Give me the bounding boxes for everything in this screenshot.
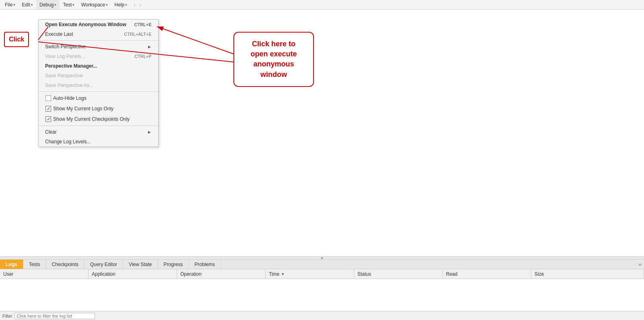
execute-last-label: Execute Last bbox=[45, 31, 116, 37]
callout-text: Click here to open execute anonymous win… bbox=[250, 40, 297, 78]
col-user[interactable]: User bbox=[0, 269, 89, 279]
menu-debug-label: Debug bbox=[39, 2, 54, 8]
col-size[interactable]: Size bbox=[531, 269, 644, 279]
col-time-label: Time bbox=[269, 271, 279, 277]
menu-switch-perspective[interactable]: Switch Perspective ► bbox=[39, 42, 158, 52]
clear-label: Clear bbox=[45, 129, 147, 135]
menu-execute-last[interactable]: Execute Last CTRL+ALT+E bbox=[39, 29, 158, 39]
nav-arrows: ‹ › bbox=[132, 1, 143, 8]
menu-save-perspective[interactable]: Save Perspective bbox=[39, 71, 158, 81]
tab-logs[interactable]: Logs bbox=[0, 260, 23, 269]
change-log-levels-label: Change Log Levels... bbox=[45, 139, 152, 145]
svg-line-0 bbox=[157, 27, 233, 54]
col-application-label: Application bbox=[92, 271, 116, 277]
col-read[interactable]: Read bbox=[443, 269, 531, 279]
col-user-label: User bbox=[3, 271, 13, 277]
click-label: Click bbox=[9, 36, 24, 43]
tab-view-state-label: View State bbox=[129, 262, 152, 267]
menu-help[interactable]: Help ▾ bbox=[111, 0, 130, 9]
menu-workspace-label: Workspace bbox=[81, 2, 105, 8]
tab-checkpoints[interactable]: Checkpoints bbox=[46, 260, 85, 269]
menu-workspace-arrow: ▾ bbox=[106, 3, 108, 7]
switch-perspective-arrow: ► bbox=[147, 44, 152, 49]
tab-problems-label: Problems bbox=[194, 262, 215, 267]
view-log-panels-shortcut: CTRL+P bbox=[134, 54, 152, 59]
show-my-checkpoints-checked: ✓ bbox=[45, 116, 51, 122]
menubar: File ▾ Edit ▾ Debug ▾ Test ▾ Workspace ▾… bbox=[0, 0, 644, 10]
show-my-checkpoints-checkmark: ✓ bbox=[47, 117, 50, 122]
filter-input[interactable] bbox=[14, 313, 95, 319]
menu-test-arrow: ▾ bbox=[72, 3, 74, 7]
click-annotation[interactable]: Click bbox=[4, 32, 29, 47]
col-operation-label: Operation bbox=[180, 271, 202, 277]
auto-hide-logs-checkbox bbox=[45, 95, 52, 101]
tab-query-editor[interactable]: Query Editor bbox=[85, 260, 123, 269]
menu-file-arrow: ▾ bbox=[13, 3, 15, 7]
menu-debug-arrow: ▾ bbox=[54, 3, 56, 7]
menu-clear[interactable]: Clear ► bbox=[39, 127, 158, 137]
menu-file[interactable]: File ▾ bbox=[2, 0, 19, 9]
save-perspective-as-label: Save Perspective As... bbox=[45, 83, 152, 88]
tab-progress-label: Progress bbox=[163, 262, 183, 267]
switch-perspective-label: Switch Perspective bbox=[45, 44, 147, 50]
menu-save-perspective-as[interactable]: Save Perspective As... bbox=[39, 81, 158, 90]
tab-view-state[interactable]: View State bbox=[123, 260, 158, 269]
menu-file-label: File bbox=[5, 2, 12, 8]
menu-edit[interactable]: Edit ▾ bbox=[19, 0, 36, 9]
menu-show-my-checkpoints[interactable]: ✓ Show My Current Checkpoints Only bbox=[39, 114, 158, 124]
log-table-header: User Application Operation Time ▼ Status… bbox=[0, 269, 644, 279]
col-time-sort: ▼ bbox=[281, 272, 285, 276]
menu-edit-arrow: ▾ bbox=[31, 3, 33, 7]
col-status[interactable]: Status bbox=[354, 269, 443, 279]
nav-back[interactable]: ‹ bbox=[132, 1, 137, 8]
log-body bbox=[0, 279, 644, 311]
nav-forward[interactable]: › bbox=[138, 1, 143, 8]
clear-arrow: ► bbox=[147, 130, 152, 134]
menu-debug[interactable]: Debug ▾ bbox=[36, 0, 60, 9]
execute-last-shortcut: CTRL+ALT+E bbox=[124, 32, 151, 37]
col-time[interactable]: Time ▼ bbox=[266, 269, 354, 279]
tab-tests-label: Tests bbox=[29, 262, 40, 267]
col-application[interactable]: Application bbox=[89, 269, 177, 279]
filter-label: Filter bbox=[2, 314, 12, 318]
col-read-label: Read bbox=[446, 271, 458, 277]
show-my-logs-label: Show My Current Logs Only bbox=[53, 106, 152, 111]
menu-help-label: Help bbox=[114, 2, 124, 8]
main-area: Click Open Execute Anonymous Window CTRL… bbox=[0, 10, 644, 292]
tab-query-editor-label: Query Editor bbox=[90, 262, 117, 267]
callout-bubble: Click here to open execute anonymous win… bbox=[233, 32, 314, 87]
show-my-checkpoints-checkbox: ✓ bbox=[45, 116, 52, 122]
menu-open-execute-anon[interactable]: Open Execute Anonymous Window CTRL+E bbox=[39, 20, 158, 29]
col-status-label: Status bbox=[357, 271, 371, 277]
menu-edit-label: Edit bbox=[22, 2, 30, 8]
menu-help-arrow: ▾ bbox=[125, 3, 127, 7]
col-operation[interactable]: Operation bbox=[177, 269, 266, 279]
tabs-expand[interactable]: ›› bbox=[636, 260, 644, 269]
menu-test-label: Test bbox=[63, 2, 72, 8]
tab-checkpoints-label: Checkpoints bbox=[52, 262, 78, 267]
menu-workspace[interactable]: Workspace ▾ bbox=[78, 0, 111, 9]
debug-dropdown: Open Execute Anonymous Window CTRL+E Exe… bbox=[38, 19, 159, 147]
tab-tests[interactable]: Tests bbox=[23, 260, 46, 269]
divider-2 bbox=[39, 91, 158, 92]
show-my-logs-checkbox: ✓ bbox=[45, 105, 52, 112]
auto-hide-logs-label: Auto-Hide Logs bbox=[53, 95, 152, 101]
open-execute-anon-label: Open Execute Anonymous Window bbox=[45, 22, 126, 27]
divider-1 bbox=[39, 40, 158, 41]
splitter[interactable]: ▼ bbox=[0, 256, 644, 260]
menu-test[interactable]: Test ▾ bbox=[60, 0, 78, 9]
show-my-logs-checkmark: ✓ bbox=[47, 106, 50, 111]
tab-problems[interactable]: Problems bbox=[189, 260, 221, 269]
menu-view-log-panels[interactable]: View Log Panels... CTRL+P bbox=[39, 52, 158, 61]
menu-change-log-levels[interactable]: Change Log Levels... bbox=[39, 137, 158, 147]
col-size-label: Size bbox=[535, 271, 544, 277]
divider-3 bbox=[39, 126, 158, 126]
perspective-manager-label: Perspective Manager... bbox=[45, 63, 152, 69]
open-execute-anon-shortcut: CTRL+E bbox=[134, 22, 151, 27]
menu-perspective-manager[interactable]: Perspective Manager... bbox=[39, 61, 158, 71]
menu-show-my-logs[interactable]: ✓ Show My Current Logs Only bbox=[39, 103, 158, 114]
auto-hide-logs-unchecked bbox=[45, 95, 51, 101]
tab-progress[interactable]: Progress bbox=[158, 260, 189, 269]
menu-auto-hide-logs[interactable]: Auto-Hide Logs bbox=[39, 93, 158, 103]
show-my-logs-checked: ✓ bbox=[45, 106, 51, 111]
